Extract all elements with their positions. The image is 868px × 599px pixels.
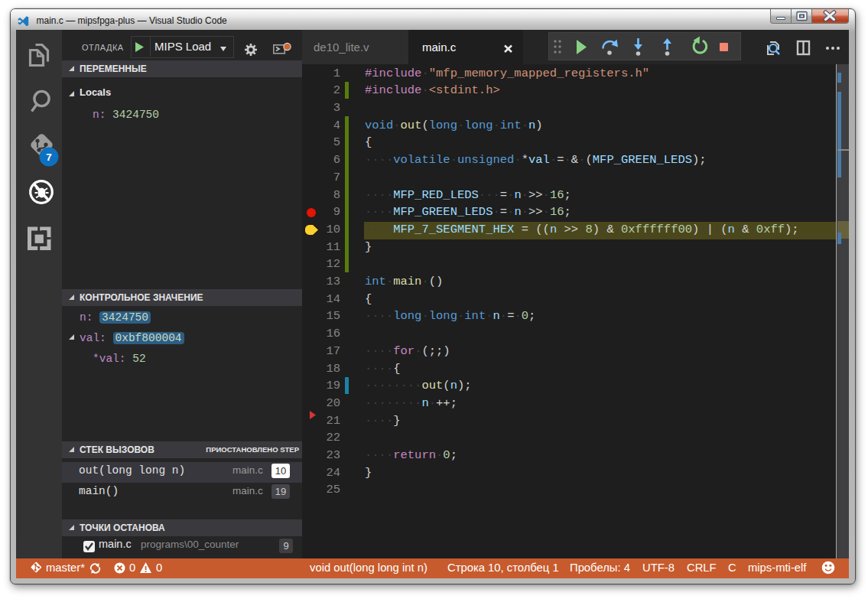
svg-text:7: 7	[46, 151, 52, 163]
